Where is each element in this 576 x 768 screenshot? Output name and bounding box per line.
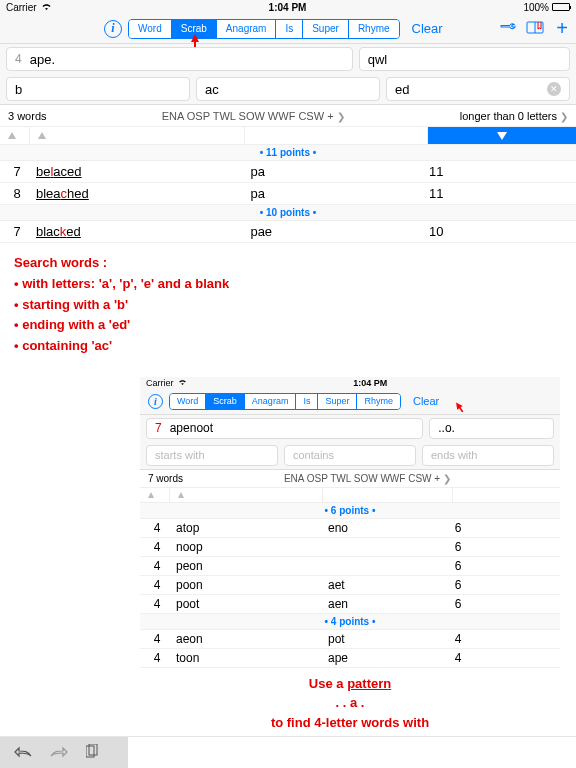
table-row: 4pootaen6 [140, 595, 560, 614]
status-time: 1:04 PM [187, 378, 554, 388]
tab-super[interactable]: Super [303, 20, 349, 38]
tab-word[interactable]: Word [129, 20, 172, 38]
points-header-10: • 10 points • [0, 205, 576, 221]
table-row: 7belacedpa11 [0, 161, 576, 183]
mode-segmented-control[interactable]: Word Scrab Anagram Is Super Rhyme [128, 19, 400, 39]
table-row: 4poonaet6 [140, 576, 560, 595]
status-bar: Carrier 1:04 PM 100% [0, 0, 576, 14]
contains-input[interactable]: ac [196, 77, 380, 101]
pattern-value: qwl [368, 52, 388, 67]
sort-col-length[interactable] [140, 488, 170, 502]
word-count-label: 7 words [148, 473, 183, 484]
table-row: 4noop6 [140, 538, 560, 557]
points-header-11: • 11 points • [0, 145, 576, 161]
battery-icon [552, 3, 570, 11]
clear-button[interactable]: Clear [412, 21, 443, 36]
sort-col-word[interactable] [30, 127, 245, 144]
pattern-value: ..o. [438, 421, 455, 435]
table-row: 4aeonpot4 [140, 630, 560, 649]
tab-anagram[interactable]: Anagram [245, 394, 297, 409]
tab-word[interactable]: Word [170, 394, 206, 409]
sort-col-points[interactable] [428, 127, 576, 144]
table-row: 4toonape4 [140, 649, 560, 668]
points-header-4: • 4 points • [140, 614, 560, 630]
tab-super[interactable]: Super [318, 394, 357, 409]
word-count-label: 3 words [8, 110, 47, 122]
points-header-6: • 6 points • [140, 503, 560, 519]
tab-rhyme[interactable]: Rhyme [357, 394, 400, 409]
ends-with-input[interactable]: ends with [422, 445, 554, 466]
info-icon[interactable]: i [148, 394, 163, 409]
sort-col-length[interactable] [0, 127, 30, 144]
table-row: 8bleachedpa11 [0, 183, 576, 205]
sort-col-rest[interactable] [245, 127, 427, 144]
carrier-label: Carrier [6, 2, 37, 13]
letters-value: ape. [30, 52, 55, 67]
tab-is[interactable]: Is [276, 20, 303, 38]
sort-col-word[interactable] [170, 488, 323, 502]
letter-count: 7 [155, 421, 162, 435]
contains-value: ac [205, 82, 219, 97]
starts-with-input[interactable]: b [6, 77, 190, 101]
contains-input[interactable]: contains [284, 445, 416, 466]
wrench-icon[interactable] [494, 16, 519, 41]
pattern-input[interactable]: ..o. [429, 418, 554, 439]
length-filter-button[interactable]: longer than 0 letters❯ [460, 110, 568, 122]
sort-col-points[interactable] [453, 488, 560, 502]
bookmark-icon[interactable] [526, 20, 544, 38]
letters-input[interactable]: 4 ape. [6, 47, 353, 71]
redo-icon[interactable] [50, 744, 68, 761]
letters-input[interactable]: 7 apenoot [146, 418, 423, 439]
annotation-text: Search words : • with letters: 'a', 'p',… [0, 243, 576, 377]
pattern-input[interactable]: qwl [359, 47, 570, 71]
mode-segmented-control[interactable]: Word Scrab Anagram Is Super Rhyme [169, 393, 401, 410]
main-toolbar: i Word Scrab Anagram Is Super Rhyme Clea… [0, 14, 576, 44]
clear-button[interactable]: Clear [413, 395, 439, 407]
bottom-toolbar [0, 736, 576, 768]
inset-screenshot: Carrier 1:04 PM i Word Scrab Anagram Is … [140, 377, 560, 768]
sort-col-rest[interactable] [323, 488, 453, 502]
tab-rhyme[interactable]: Rhyme [349, 20, 399, 38]
add-button[interactable]: + [556, 17, 568, 40]
table-row: 4atopeno6 [140, 519, 560, 538]
copy-icon[interactable] [86, 744, 98, 761]
ends-with-input[interactable]: ed ✕ [386, 77, 570, 101]
letter-count: 4 [15, 52, 22, 66]
sort-header [0, 127, 576, 145]
tab-anagram[interactable]: Anagram [217, 20, 277, 38]
letters-value: apenoot [170, 421, 213, 435]
wifi-icon [41, 2, 52, 13]
dictionaries-button[interactable]: ENA OSP TWL SOW WWF CSW +❯ [183, 473, 552, 484]
starts-value: b [15, 82, 22, 97]
search-area: 4 ape. qwl b ac ed ✕ [0, 44, 576, 105]
starts-with-input[interactable]: starts with [146, 445, 278, 466]
tab-is[interactable]: Is [296, 394, 318, 409]
table-row: 4peon6 [140, 557, 560, 576]
battery-pct: 100% [523, 2, 549, 13]
clear-field-icon[interactable]: ✕ [547, 82, 561, 96]
undo-icon[interactable] [14, 744, 32, 761]
dictionaries-button[interactable]: ENA OSP TWL SOW WWF CSW +❯ [47, 110, 460, 122]
info-icon[interactable]: i [104, 20, 122, 38]
table-row: 7blackedpae10 [0, 221, 576, 243]
results-info-bar: 3 words ENA OSP TWL SOW WWF CSW +❯ longe… [0, 105, 576, 127]
tab-scrab[interactable]: Scrab [206, 394, 245, 409]
status-time: 1:04 PM [52, 2, 524, 13]
carrier-label: Carrier [146, 378, 174, 388]
ends-value: ed [395, 82, 409, 97]
wifi-icon [178, 378, 187, 388]
